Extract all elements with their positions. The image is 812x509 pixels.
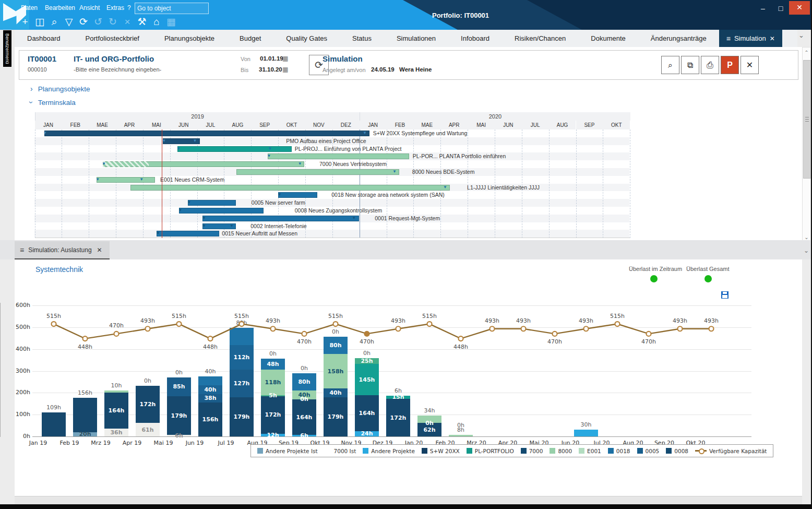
tab-risikenchancen[interactable]: Risiken/Chancen [502,30,578,47]
filter-icon[interactable]: ▽ [63,16,75,28]
tab-qualitygates[interactable]: Quality Gates [273,30,340,47]
gantt-milestone-icon[interactable]: ▼ [202,216,206,220]
powerpoint-export-icon[interactable]: P [721,56,739,74]
close-tab-icon[interactable]: ✕ [770,35,775,42]
menu-extras[interactable]: Extras [106,4,124,11]
von-date[interactable]: 01.01.19 [260,55,283,62]
search-icon[interactable]: ⌕ [48,16,61,28]
gantt-month-label: MAI [468,121,495,129]
gantt-bar[interactable] [130,185,450,191]
capacity-value-label: 515h [422,313,437,319]
gantt-bar[interactable] [44,131,369,136]
scroll-up-icon[interactable]: ⌃ [803,49,810,56]
tab-infoboard[interactable]: Infoboard [448,30,502,47]
gantt-milestone-icon[interactable]: ▼ [268,147,272,151]
gantt-bar[interactable] [177,146,292,152]
benutzermenu-strip[interactable]: Benutzermenü [3,30,11,67]
add-icon[interactable]: + [19,16,31,28]
gantt-milestone-icon[interactable]: ▼ [298,162,302,166]
chevron-down-icon[interactable]: ⌄ [798,31,804,39]
gantt-milestone-icon[interactable]: ▼ [139,177,144,182]
tab-simulation-active[interactable]: ≡Simulation✕ [719,30,782,47]
undo-icon[interactable]: ↺ [92,16,104,28]
gantt-bar[interactable] [97,177,155,183]
gantt-bar[interactable] [202,216,359,221]
tab-simulation-auslastung[interactable]: ≡ Simulation: Auslastung ✕ [15,241,110,259]
copy-icon[interactable]: ⧉ [681,56,699,74]
menu-bearbeiten[interactable]: Bearbeiten [45,4,75,11]
hamburger-icon[interactable]: ≡ [20,246,24,254]
tools-icon[interactable]: ⚒ [136,16,148,28]
legend-swatch [257,448,263,454]
gantt-milestone-icon[interactable]: ▼ [187,200,192,205]
gantt-bar[interactable] [188,200,236,206]
save-icon[interactable] [721,291,729,299]
gantt-milestone-icon[interactable]: ▼ [162,139,166,143]
calendar-icon[interactable]: ▦ [165,16,177,28]
close-icon[interactable]: ✕ [741,56,759,74]
gantt-month-label: AUG [224,121,251,129]
gantt-milestone-icon[interactable]: ▼ [267,154,271,158]
tab-planungsobjekte[interactable]: Planungsobjekte [152,30,227,47]
tab-dashboard[interactable]: Dashboard [15,30,73,47]
gantt-milestone-icon[interactable]: ▼ [352,216,356,220]
menu-?[interactable]: ? [127,4,131,11]
gantt-milestone-icon[interactable]: ▼ [193,139,197,143]
tab-dokumente[interactable]: Dokumente [578,30,638,47]
y-axis-tick-label: 600h [9,302,30,309]
menu-ansicht[interactable]: Ansicht [79,4,100,11]
gantt-milestone-icon[interactable]: ▼ [176,147,181,151]
gantt-milestone-icon[interactable]: ▼ [43,131,47,135]
gantt-milestone-icon[interactable]: ▼ [202,224,206,228]
gantt-bar[interactable] [179,208,264,214]
gantt-milestone-icon[interactable]: ▼ [363,131,367,135]
tab-simulationen[interactable]: Simulationen [384,30,448,47]
print-icon[interactable]: ⎙ [701,56,719,74]
gantt-bar[interactable] [278,192,317,198]
gantt-milestone-icon[interactable]: ▼ [443,185,447,190]
hamburger-icon[interactable]: ≡ [726,34,731,43]
home-icon[interactable]: ⌂ [150,16,163,28]
created-by: Wera Heine [399,66,432,73]
gantt-milestone-icon[interactable]: ▼ [178,208,182,212]
goto-object-input[interactable] [135,3,209,14]
refresh-icon[interactable]: ⟳ [77,16,90,28]
legend-label: 7000 [529,448,543,454]
close-window-button[interactable]: ✕ [789,1,810,15]
menu-daten[interactable]: Daten [21,4,38,11]
vertical-scrollbar[interactable]: ⌃ ⌄ [802,47,811,243]
close-tab-icon[interactable]: ✕ [97,246,102,254]
gantt-milestone-icon[interactable]: ▼ [278,193,282,197]
bis-date[interactable]: 31.10.20 [259,66,282,73]
maximize-button[interactable]: □ [773,2,789,15]
gantt-bar[interactable] [236,169,400,175]
gantt-milestone-icon[interactable]: ▼ [230,224,234,228]
save-icon[interactable]: ◫ [33,16,46,28]
gantt-milestone-icon[interactable]: ▼ [95,177,100,182]
redo-icon[interactable]: ↻ [106,16,119,28]
tab-portfoliosteckbrief[interactable]: Portfoliosteckbrief [73,30,152,47]
find-binoculars-icon[interactable]: ⌕ [661,56,679,74]
section-terminskala[interactable]: ›Terminskala [30,98,76,106]
gantt-bar[interactable] [268,153,409,159]
gantt-milestone-icon[interactable]: ▼ [156,231,160,235]
y-axis-tick-label: 500h [9,324,30,330]
gantt-milestone-icon[interactable]: ▼ [392,170,397,174]
bar-segment: 156h [198,403,222,436]
bis-label: Bis [241,67,248,73]
tab-nderungsantrge[interactable]: Änderungsanträge [638,30,719,47]
gantt-bar[interactable] [157,231,219,236]
tab-status[interactable]: Status [340,30,384,47]
calendar-icon[interactable]: ▦ [282,55,288,62]
calendar-icon[interactable]: ▦ [282,66,288,73]
panel-splitter[interactable] [0,240,812,259]
delete-icon[interactable]: × [121,16,134,28]
gantt-bar-label: S+W 20XX Systempflege und Wartung [373,130,468,136]
scrollbar-thumb[interactable] [803,60,811,179]
gantt-milestone-icon[interactable]: ▼ [102,162,106,166]
minimize-button[interactable]: – [755,2,771,15]
bottom-scroll-strip[interactable] [15,496,802,504]
section-planungsobjekte[interactable]: ›Planungsobjekte [30,85,90,93]
tab-budget[interactable]: Budget [227,30,273,47]
chevron-down-icon[interactable]: ⌄ [804,247,809,254]
